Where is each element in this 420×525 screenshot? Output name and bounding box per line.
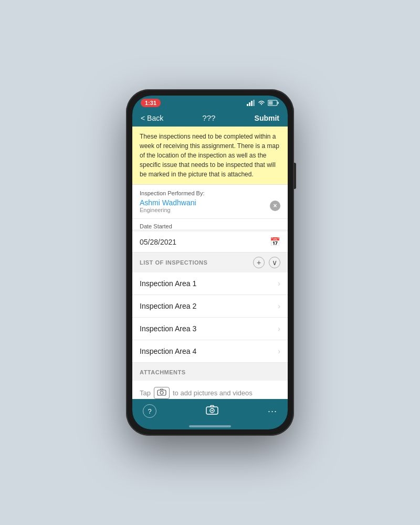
date-started-label: Date Started	[140, 223, 280, 229]
svg-rect-3	[253, 100, 255, 106]
svg-rect-0	[247, 104, 248, 106]
collapse-icon: ∨	[272, 258, 277, 267]
signal-icon	[247, 100, 255, 106]
page-title: ???	[202, 113, 215, 122]
status-time: 1:31	[141, 99, 161, 107]
svg-rect-1	[249, 102, 250, 106]
home-bar	[189, 425, 231, 427]
calendar-icon[interactable]: 📅	[270, 237, 280, 247]
attachments-row[interactable]: Tap to add pictures and videos	[132, 381, 288, 399]
inspector-department: Engineering	[140, 207, 196, 213]
help-button[interactable]: ?	[143, 404, 156, 418]
inspection-item-label: Inspection Area 2	[140, 302, 196, 310]
status-icons	[247, 100, 279, 106]
collapse-inspections-button[interactable]: ∨	[269, 257, 280, 268]
inspections-section-header: LIST OF INSPECTIONS + ∨	[132, 253, 288, 272]
inspection-by-row: Ashmi Wadhwani Engineering ×	[140, 198, 280, 213]
content-area: These inspections need to be completed w…	[132, 127, 288, 399]
inspection-item-label: Inspection Area 1	[140, 279, 196, 288]
inspection-performed-by-section: Inspection Performed By: Ashmi Wadhwani …	[132, 185, 288, 219]
attachments-section: ATTACHMENTS	[132, 363, 288, 381]
inspections-section-title: LIST OF INSPECTIONS	[140, 259, 207, 266]
svg-rect-2	[251, 101, 253, 106]
list-item[interactable]: Inspection Area 4 ›	[132, 340, 288, 363]
svg-point-8	[160, 391, 163, 394]
back-button[interactable]: < Back	[141, 114, 163, 122]
submit-button[interactable]: Submit	[255, 114, 279, 122]
attachments-title: ATTACHMENTS	[140, 369, 186, 375]
add-media-text: to add pictures and videos	[173, 389, 253, 397]
add-icon: +	[257, 258, 261, 267]
note-section: These inspections need to be completed w…	[132, 127, 288, 185]
inspection-items-list: Inspection Area 1 › Inspection Area 2 › …	[132, 272, 288, 363]
status-bar: 1:31	[132, 96, 288, 109]
wifi-icon	[257, 100, 266, 106]
tap-text: Tap	[140, 389, 151, 397]
phone-screen: 1:31	[132, 96, 288, 429]
list-item[interactable]: Inspection Area 1 ›	[132, 272, 288, 295]
camera-add-icon[interactable]	[154, 387, 170, 399]
nav-bar: < Back ??? Submit	[132, 109, 288, 127]
chevron-right-icon: ›	[278, 324, 280, 333]
svg-rect-6	[269, 101, 273, 105]
more-options-button[interactable]: ···	[268, 406, 277, 417]
date-row[interactable]: 05/28/2021 📅	[132, 232, 288, 253]
inspector-name[interactable]: Ashmi Wadhwani	[140, 198, 196, 207]
home-indicator	[132, 423, 288, 429]
svg-rect-5	[278, 102, 279, 104]
bottom-toolbar: ? ···	[132, 399, 288, 423]
inspection-item-label: Inspection Area 3	[140, 324, 196, 333]
date-started-section: Date Started 05/28/2021 📅	[132, 219, 288, 253]
chevron-right-icon: ›	[278, 302, 280, 310]
chevron-right-icon: ›	[278, 347, 280, 355]
add-inspection-button[interactable]: +	[253, 257, 265, 268]
side-button	[294, 163, 296, 189]
list-item[interactable]: Inspection Area 3 ›	[132, 318, 288, 340]
phone-device: 1:31	[126, 89, 294, 436]
inspection-by-label: Inspection Performed By:	[140, 190, 280, 196]
list-item[interactable]: Inspection Area 2 ›	[132, 295, 288, 318]
inspections-header-icons: + ∨	[253, 257, 280, 268]
camera-button[interactable]	[206, 405, 218, 418]
inspector-info: Ashmi Wadhwani Engineering	[140, 198, 196, 213]
clear-inspector-button[interactable]: ×	[270, 201, 280, 211]
svg-point-11	[211, 410, 213, 411]
chevron-right-icon: ›	[278, 279, 280, 288]
inspection-item-label: Inspection Area 4	[140, 347, 196, 355]
note-text: These inspections need to be completed w…	[140, 133, 279, 178]
date-value: 05/28/2021	[140, 238, 176, 246]
battery-icon	[268, 100, 279, 106]
